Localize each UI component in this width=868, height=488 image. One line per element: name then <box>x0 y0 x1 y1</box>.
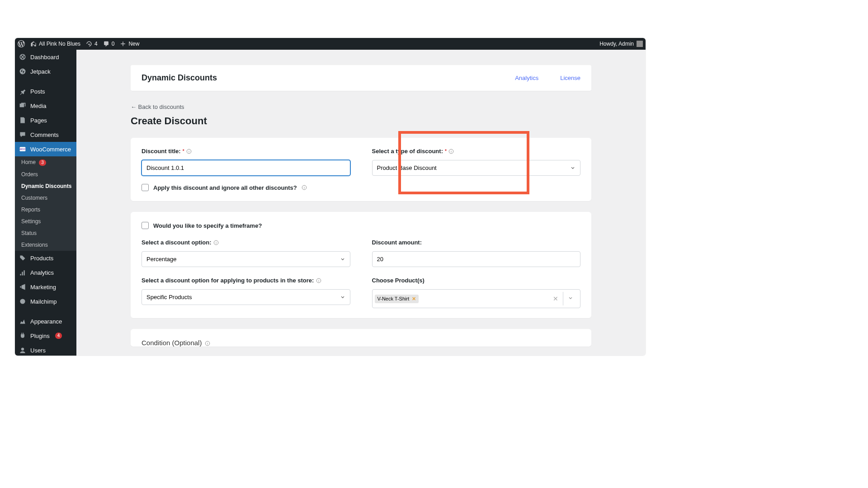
sidebar-sub-status[interactable]: Status <box>15 227 76 239</box>
sidebar-item-woocommerce[interactable]: WOO WooCommerce <box>15 142 76 156</box>
howdy-link[interactable]: Howdy, Admin <box>599 41 643 47</box>
back-link[interactable]: ← Back to discounts <box>131 103 184 110</box>
ignore-others-label: Apply this discount and ignore all other… <box>153 184 297 191</box>
info-icon[interactable] <box>302 185 307 191</box>
sidebar-sub-label: Settings <box>21 218 41 225</box>
discount-config-panel: Would you like to specify a timeframe? S… <box>131 212 591 318</box>
sidebar-item-dashboard[interactable]: Dashboard <box>15 50 76 64</box>
remove-tag-button[interactable]: ✕ <box>412 296 416 302</box>
sidebar-item-label: Jetpack <box>30 68 51 75</box>
comments-count: 0 <box>112 41 115 47</box>
product-tag: V-Neck T-Shirt ✕ <box>375 295 419 303</box>
info-icon[interactable] <box>205 341 211 347</box>
required-indicator: * <box>445 149 447 154</box>
sidebar-item-mailchimp[interactable]: Mailchimp <box>15 294 76 309</box>
chevron-down-icon <box>340 257 345 262</box>
condition-heading: Condition (Optional) <box>142 339 580 347</box>
ignore-others-checkbox[interactable] <box>142 184 149 191</box>
sidebar-item-jetpack[interactable]: Jetpack <box>15 64 76 79</box>
svg-point-4 <box>21 347 24 350</box>
wp-logo[interactable] <box>18 40 25 47</box>
product-tag-label: V-Neck T-Shirt <box>377 296 410 301</box>
discount-option-select[interactable]: Percentage <box>142 251 350 267</box>
new-link[interactable]: New <box>120 41 139 47</box>
sidebar-item-label: Mailchimp <box>30 298 57 305</box>
sidebar-sub-settings[interactable]: Settings <box>15 216 76 227</box>
discount-title-input[interactable] <box>142 160 350 176</box>
info-icon[interactable] <box>186 148 192 154</box>
amount-label: Discount amount: <box>372 239 581 246</box>
timeframe-checkbox[interactable] <box>142 222 149 229</box>
discount-basics-panel: Discount title: * Apply this discount an… <box>131 138 591 201</box>
marketing-icon <box>19 283 27 291</box>
sidebar-item-label: Products <box>30 255 53 262</box>
option-label: Select a discount option: <box>142 239 350 246</box>
sidebar-sub-dynamic-discounts[interactable]: Dynamic Discounts <box>15 180 76 192</box>
apply-label: Select a discount option for applying to… <box>142 277 350 284</box>
clear-all-button[interactable]: ✕ <box>548 295 563 302</box>
updates-link[interactable]: 4 <box>86 41 98 47</box>
sidebar-item-label: Analytics <box>30 269 54 276</box>
sidebar-item-label: Appearance <box>30 318 62 325</box>
site-name: All Pink No Blues <box>39 41 80 47</box>
main-content: Dynamic Discounts Analytics License ← Ba… <box>76 50 646 356</box>
sidebar-item-users[interactable]: Users <box>15 343 76 356</box>
sidebar-sub-label: Extensions <box>21 242 48 248</box>
sidebar-item-plugins[interactable]: Plugins 4 <box>15 328 76 343</box>
svg-text:WOO: WOO <box>19 148 26 150</box>
sidebar-item-marketing[interactable]: Marketing <box>15 280 76 294</box>
sidebar-sub-orders[interactable]: Orders <box>15 169 76 180</box>
sidebar-sub-label: Status <box>21 230 37 236</box>
avatar <box>637 41 643 47</box>
discount-type-select[interactable]: Product Base Discount <box>372 160 581 176</box>
sidebar-item-label: Media <box>30 103 46 109</box>
mailchimp-icon <box>19 297 27 305</box>
sidebar-item-label: Comments <box>30 131 59 138</box>
type-label: Select a type of discount: * <box>372 148 581 155</box>
svg-point-3 <box>20 299 25 304</box>
sidebar-item-products[interactable]: Products <box>15 251 76 265</box>
info-icon[interactable] <box>448 148 454 154</box>
pin-icon <box>19 87 27 95</box>
license-link[interactable]: License <box>560 75 580 81</box>
sidebar-sub-reports[interactable]: Reports <box>15 204 76 216</box>
dropdown-toggle[interactable] <box>563 292 578 305</box>
sidebar-sub-label: Dynamic Discounts <box>21 183 71 189</box>
chevron-down-icon <box>340 295 345 300</box>
plugins-icon <box>19 332 27 340</box>
sidebar-item-media[interactable]: Media <box>15 99 76 113</box>
required-indicator: * <box>183 149 184 154</box>
title-label: Discount title: * <box>142 148 350 155</box>
sidebar-item-label: Plugins <box>30 333 50 339</box>
products-icon <box>19 254 27 262</box>
new-label: New <box>128 41 139 47</box>
dashboard-icon <box>19 53 27 61</box>
plugin-header-card: Dynamic Discounts Analytics License <box>131 65 591 91</box>
howdy-text: Howdy, Admin <box>599 41 634 47</box>
sidebar-sub-label: Orders <box>21 171 38 178</box>
info-icon[interactable] <box>316 277 321 283</box>
site-name-link[interactable]: All Pink No Blues <box>30 41 80 47</box>
comment-icon <box>19 131 27 139</box>
svg-point-0 <box>20 69 26 75</box>
discount-amount-input[interactable] <box>372 251 581 267</box>
sidebar-sub-home[interactable]: Home 3 <box>15 156 76 169</box>
sidebar-item-analytics[interactable]: Analytics <box>15 265 76 280</box>
sidebar-item-label: Posts <box>30 88 45 95</box>
products-multiselect[interactable]: V-Neck T-Shirt ✕ ✕ <box>372 289 581 308</box>
sidebar-item-appearance[interactable]: Appearance <box>15 314 76 328</box>
analytics-link[interactable]: Analytics <box>515 75 538 81</box>
sidebar-sub-label: Reports <box>21 206 40 213</box>
plugin-title: Dynamic Discounts <box>142 73 217 83</box>
sidebar-item-comments[interactable]: Comments <box>15 127 76 142</box>
sidebar-item-pages[interactable]: Pages <box>15 113 76 127</box>
apply-option-select[interactable]: Specific Products <box>142 289 350 305</box>
sidebar-sub-extensions[interactable]: Extensions <box>15 239 76 251</box>
info-icon[interactable] <box>213 239 219 245</box>
sidebar-item-label: Pages <box>30 117 47 124</box>
sidebar-item-label: Users <box>30 347 46 354</box>
select-value: Specific Products <box>146 294 192 300</box>
comments-link[interactable]: 0 <box>103 41 115 47</box>
sidebar-sub-customers[interactable]: Customers <box>15 192 76 204</box>
sidebar-item-posts[interactable]: Posts <box>15 84 76 99</box>
